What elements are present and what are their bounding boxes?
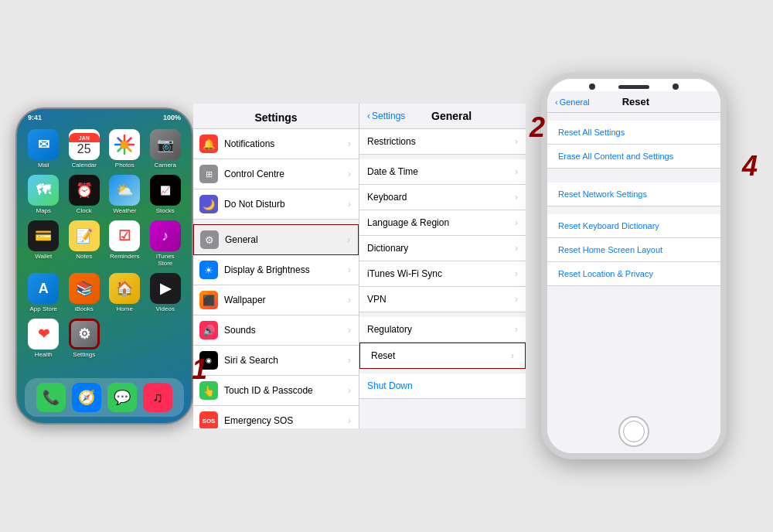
sounds-label: Sounds xyxy=(224,325,342,336)
dictionary-label: Dictionary xyxy=(367,243,515,254)
shutdown-label: Shut Down xyxy=(367,380,518,391)
general-language[interactable]: Language & Region › xyxy=(359,210,526,236)
clock-icon: ⏰ xyxy=(69,175,100,206)
dock-music[interactable]: ♫ xyxy=(143,383,172,412)
reset-all-settings[interactable]: Reset All Settings xyxy=(547,121,720,145)
camera-label: Camera xyxy=(155,162,176,169)
main-container: 9:41 100% ✉ Mail JAN 25 Calendar xyxy=(15,26,758,506)
general-back-button[interactable]: ‹ General xyxy=(555,97,590,107)
stocks-label: Stocks xyxy=(156,207,175,214)
general-keyboard[interactable]: Keyboard › xyxy=(359,185,526,210)
settings-general[interactable]: ⚙ General › xyxy=(193,224,359,255)
dock-safari[interactable]: 🧭 xyxy=(72,383,101,412)
app-clock[interactable]: ⏰ Clock xyxy=(67,175,102,214)
videos-icon: ▶ xyxy=(150,273,181,304)
settings-back-button[interactable]: ‹ Settings xyxy=(367,111,405,121)
display-chevron: › xyxy=(348,264,351,275)
app-videos[interactable]: ▶ Videos xyxy=(148,273,183,312)
dock-phone[interactable]: 📞 xyxy=(36,383,66,412)
settings-display[interactable]: ☀ Display & Brightness › xyxy=(193,255,359,285)
app-wallet[interactable]: 💳 Wallet xyxy=(26,220,61,267)
siri-label: Siri & Search xyxy=(224,355,342,366)
app-itunes[interactable]: ♪ iTunes Store xyxy=(148,220,183,267)
dnd-label: Do Not Disturb xyxy=(224,199,342,210)
settings-siri[interactable]: ◉ Siri & Search › xyxy=(193,346,359,376)
home-label: Home xyxy=(117,305,133,312)
erase-all-content[interactable]: Erase All Content and Settings xyxy=(547,145,720,169)
dnd-chevron: › xyxy=(348,199,351,210)
videos-label: Videos xyxy=(156,305,175,312)
front-camera xyxy=(589,84,595,90)
keyboard-label: Keyboard xyxy=(367,192,515,203)
reset-network[interactable]: Reset Network Settings xyxy=(547,182,720,206)
reset-nav-title: Reset xyxy=(622,96,680,107)
app-calendar[interactable]: JAN 25 Calendar xyxy=(67,129,102,169)
general-vpn[interactable]: VPN › xyxy=(359,287,526,312)
touchid-label: Touch ID & Passcode xyxy=(224,385,342,396)
app-reminders[interactable]: ☑ Reminders xyxy=(107,220,142,267)
app-notes[interactable]: 📝 Notes xyxy=(67,220,102,267)
wallpaper-label: Wallpaper xyxy=(224,295,342,305)
general-dictionary[interactable]: Dictionary › xyxy=(359,236,526,261)
settings-touchid[interactable]: 👆 Touch ID & Passcode › xyxy=(193,376,359,406)
app-health[interactable]: ❤ Health xyxy=(26,319,61,358)
general-header: ‹ Settings General xyxy=(359,104,526,129)
stocks-icon: 📈 xyxy=(150,175,181,206)
app-weather[interactable]: ⛅ Weather xyxy=(107,175,142,214)
app-mail[interactable]: ✉ Mail xyxy=(26,129,61,169)
language-label: Language & Region xyxy=(367,217,515,228)
sos-chevron: › xyxy=(348,415,351,426)
weather-label: Weather xyxy=(113,207,136,214)
dock-messages[interactable]: 💬 xyxy=(107,383,137,412)
app-settings[interactable]: ⚙ Settings xyxy=(67,319,102,358)
general-list: Restrictions › Date & Time › Keyboard › … xyxy=(359,129,526,399)
app-photos[interactable]: Photos xyxy=(107,129,142,169)
clock-label: Clock xyxy=(77,207,92,214)
general-regulatory[interactable]: Regulatory › xyxy=(359,317,526,343)
app-maps[interactable]: 🗺 Maps xyxy=(26,175,61,214)
general-itunes-wifi[interactable]: iTunes Wi-Fi Sync › xyxy=(359,261,526,287)
reset-label: Reset xyxy=(371,350,511,361)
photos-icon xyxy=(109,129,140,160)
wallpaper-icon: ⬛ xyxy=(199,291,218,309)
app-ibooks[interactable]: 📚 iBooks xyxy=(67,273,102,312)
battery-status: 100% xyxy=(163,114,181,121)
reset-location[interactable]: Reset Location & Privacy xyxy=(547,262,720,286)
display-icon: ☀ xyxy=(199,261,218,279)
date-time-label: Date & Time xyxy=(367,166,515,177)
app-appstore[interactable]: A App Store xyxy=(26,273,61,312)
home-button[interactable] xyxy=(618,416,649,447)
general-restrictions[interactable]: Restrictions › xyxy=(359,129,526,155)
settings-sounds[interactable]: 🔊 Sounds › xyxy=(193,315,359,346)
sos-label: Emergency SOS xyxy=(224,415,342,426)
general-icon: ⚙ xyxy=(200,230,219,249)
app-home[interactable]: 🏠 Home xyxy=(107,273,142,312)
step-2-badge: 2 xyxy=(530,111,545,144)
notifications-label: Notifications xyxy=(224,138,342,149)
reset-home-screen[interactable]: Reset Home Screen Layout xyxy=(547,238,720,262)
settings-notifications[interactable]: 🔔 Notifications › xyxy=(193,129,359,159)
iphone-reset-screen: ‹ General Reset Reset All Settings Erase… xyxy=(541,73,727,459)
settings-wallpaper[interactable]: ⬛ Wallpaper › xyxy=(193,285,359,315)
ibooks-label: iBooks xyxy=(75,305,94,312)
camera-icon: 📷 xyxy=(150,129,181,160)
calendar-icon: JAN 25 xyxy=(69,129,100,160)
reset-inner: ‹ General Reset Reset All Settings Erase… xyxy=(547,79,720,453)
general-reset[interactable]: Reset › xyxy=(359,343,526,369)
appstore-icon: A xyxy=(28,273,59,304)
app-stocks[interactable]: 📈 Stocks xyxy=(148,175,183,214)
settings-control-centre[interactable]: ⊞ Control Centre › xyxy=(193,159,359,189)
step-4-badge: 4 xyxy=(742,150,758,182)
app-camera[interactable]: 📷 Camera xyxy=(148,129,183,169)
itunes-label: iTunes Store xyxy=(148,253,183,267)
general-date-time[interactable]: Date & Time › xyxy=(359,159,526,185)
svg-line-6 xyxy=(128,148,131,152)
settings-do-not-disturb[interactable]: 🌙 Do Not Disturb › xyxy=(193,189,359,220)
reset-keyboard[interactable]: Reset Keyboard Dictionary xyxy=(547,214,720,238)
settings-emergency-sos[interactable]: SOS Emergency SOS › xyxy=(193,406,359,428)
control-centre-chevron: › xyxy=(348,169,351,179)
settings-label: Settings xyxy=(73,351,95,358)
top-notch xyxy=(547,79,720,91)
time-display: 9:41 xyxy=(28,114,42,121)
general-shutdown[interactable]: Shut Down xyxy=(359,373,526,399)
